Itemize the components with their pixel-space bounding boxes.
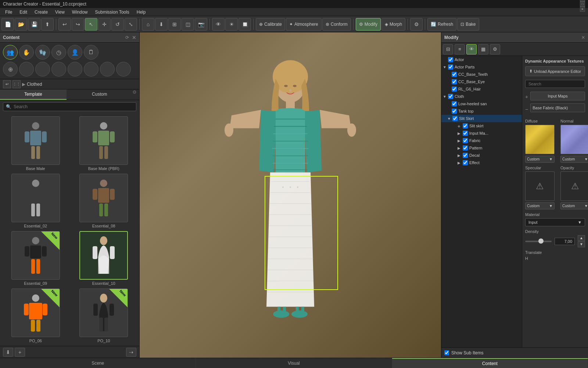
menu-help[interactable]: Help [133,9,150,15]
show-sub-items-checkbox[interactable] [444,350,449,355]
tree-item-fabric[interactable]: ▶ Fabric [441,137,522,144]
settings-button[interactable]: ⚙ [410,18,423,31]
material-dropdown[interactable]: Input ▼ [525,218,585,226]
content-icon-c1[interactable] [19,62,34,77]
list-item[interactable]: Essential_08 [71,174,137,228]
tree-item-slit-skirt[interactable]: ▼ Slit Skirt [441,115,522,122]
right-tool-texture[interactable]: 👁 [466,44,477,54]
content-icon-c2[interactable] [35,62,50,77]
tree-check-cc-eye[interactable] [452,79,457,84]
list-item[interactable]: Base Male [3,116,68,171]
item-thumb-essential09[interactable]: New [11,231,60,280]
unload-appearance-editor-button[interactable]: ⬆ Unload Appearance Editor [525,66,585,76]
content-icon-morph[interactable]: ✋ [19,45,34,60]
save-file-button[interactable]: 💾 [28,18,40,31]
specular-thumb[interactable]: ⚠ [525,171,555,201]
item-thumb-essential10[interactable] [79,231,128,280]
list-item[interactable]: Essential_10 [71,231,137,286]
fit-button[interactable]: ⬇ [155,18,168,31]
render-button[interactable]: 🔲 [239,18,251,31]
list-item[interactable]: New Essential_09 [3,231,68,286]
tree-check-slit-skirt-child[interactable] [463,123,468,128]
modify-button[interactable]: ⚙ Modify [356,18,381,31]
list-item[interactable]: New PO_10 [71,289,137,343]
close-tabs-icon[interactable]: ⊙ [133,89,139,100]
right-tool-settings[interactable]: ⚙ [490,44,500,54]
close-modify-panel-icon[interactable]: ✕ [581,35,585,40]
base-fabric-button[interactable]: Base Fabric (Black) [530,103,585,112]
tree-item-slit-skirt-child[interactable]: ◈ Slit skirt [441,122,522,130]
tree-check-pattern[interactable] [463,145,468,151]
download-button[interactable]: ⬇ [3,348,13,357]
tree-check-cc-teeth[interactable] [452,72,457,77]
opacity-dropdown[interactable]: Custom ▼ [560,202,588,209]
tree-item-rl-hair[interactable]: RL_G6_Hair [441,85,522,93]
item-thumb-base-male-pbr[interactable] [79,116,128,165]
close-content-panel-icon[interactable]: ✕ [132,35,136,40]
tree-check-rl-hair[interactable] [452,86,457,92]
content-icon-body[interactable]: 👤 [68,45,82,60]
normal-thumb[interactable] [560,125,588,154]
tree-item-low-heeled[interactable]: Low-heeled san [441,100,522,107]
normal-dropdown[interactable]: Custom ▼ [560,156,588,163]
opacity-thumb[interactable]: ⚠ [560,171,588,201]
conform-button[interactable]: ⊛ Conform [322,18,351,31]
item-thumb-essential02[interactable] [11,174,60,222]
maximize-button[interactable]: □ [580,1,585,7]
list-item[interactable]: Essential_02 [3,174,68,228]
tree-check-decal[interactable] [463,153,468,158]
open-file-button[interactable]: 📂 [15,18,27,31]
tree-check-effect[interactable] [463,160,468,165]
light-button[interactable]: ☀ [225,18,238,31]
tree-item-cc-eye[interactable]: CC_Base_Eye [441,78,522,85]
redo-button[interactable]: ↪ [72,18,84,31]
item-thumb-po06[interactable]: New [11,289,60,337]
menu-edit[interactable]: Edit [16,9,31,15]
content-icon-characters[interactable]: 👥 [3,45,18,60]
menu-file[interactable]: File [1,9,16,15]
new-file-button[interactable]: 📄 [1,18,14,31]
density-slider[interactable] [525,241,552,242]
breadcrumb-split[interactable]: ⋮⋮ [12,80,21,88]
tab-template[interactable]: Template [0,89,67,100]
right-tool-list[interactable]: ≡ [455,44,465,54]
scale-button[interactable]: ⤡ [125,18,137,31]
item-thumb-essential08[interactable] [79,174,128,222]
tree-item-pattern[interactable]: ▶ Pattern [441,144,522,152]
content-icon-c6[interactable] [100,62,115,77]
specular-dropdown[interactable]: Custom ▼ [525,202,555,209]
camera-button[interactable]: 📷 [195,18,207,31]
rotate-button[interactable]: ↺ [111,18,124,31]
select-button[interactable]: ↖ [85,18,97,31]
right-tool-checker[interactable]: ▦ [478,44,488,54]
refresh-content-icon[interactable]: ⟳ [125,35,129,40]
menu-view[interactable]: View [51,9,68,15]
item-thumb-po10[interactable]: New [79,289,128,337]
calibrate-button[interactable]: ⊕ Calibrate [256,18,285,31]
tree-item-tank-top[interactable]: Tank top [441,107,522,115]
density-decrement-button[interactable]: ▼ [578,241,585,247]
undo-button[interactable]: ↩ [58,18,71,31]
content-icon-pose[interactable]: 🗒 [84,45,98,60]
density-increment-button[interactable]: ▲ [578,235,585,241]
tree-check-tank-top[interactable] [452,109,457,114]
menu-window[interactable]: Window [68,9,92,15]
tree-check-low-heeled[interactable] [452,101,457,106]
search-input[interactable] [3,102,136,111]
import-button[interactable]: ⬆ [41,18,54,31]
tree-item-cloth[interactable]: ▼ Cloth [441,93,522,100]
status-tab-content[interactable]: Content [392,358,588,368]
refresh-button[interactable]: 🔄 Refresh [427,18,456,31]
content-icon-c3[interactable] [51,62,66,77]
diffuse-thumb[interactable] [525,125,555,154]
home-button[interactable]: ⌂ [142,18,154,31]
tree-check-actor[interactable] [448,57,453,62]
viewport[interactable] [140,32,441,358]
right-tool-sliders[interactable]: ⊟ [443,44,453,54]
morph-button[interactable]: ◈ Morph [381,18,405,31]
menu-create[interactable]: Create [31,9,51,15]
tree-check-fabric[interactable] [463,138,468,143]
add-button[interactable]: + [15,348,25,357]
tree-check-slit-skirt[interactable] [452,116,458,121]
content-icon-c7[interactable] [116,62,131,77]
